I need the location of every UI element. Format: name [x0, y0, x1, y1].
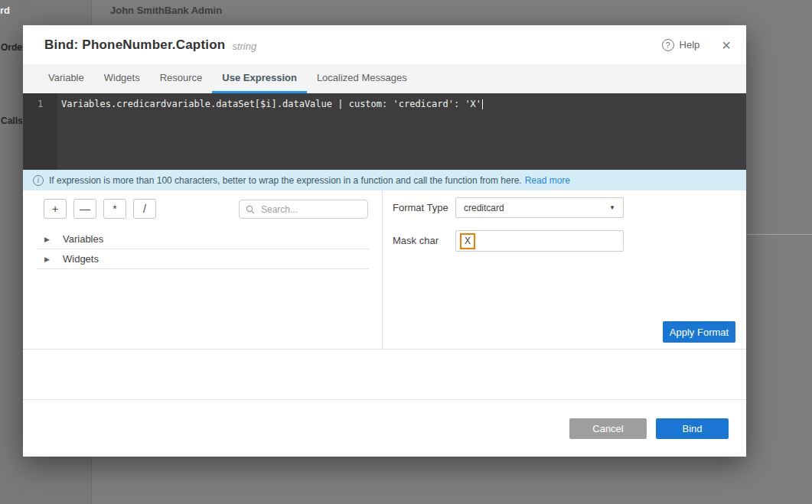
- tab-use-expression[interactable]: Use Expression: [212, 64, 307, 93]
- close-icon[interactable]: ×: [722, 37, 731, 53]
- dialog-tabbar: Variable Widgets Resource Use Expression…: [23, 64, 746, 93]
- source-tree: ▶ Variables ▶ Widgets: [37, 229, 369, 269]
- format-pane: Format Type creditcard ▼ Mask char X App…: [383, 190, 746, 349]
- dialog-spacer: [23, 350, 746, 399]
- expression-builder-pane: + — * / ▶ Variables: [23, 190, 383, 349]
- info-text: If expression is more than 100 character…: [49, 175, 522, 186]
- format-type-label: Format Type: [393, 202, 448, 213]
- operator-toolbar: + — * /: [44, 199, 156, 219]
- screen: rd Order Calls John SmithBank Admin Bind…: [0, 0, 812, 504]
- tab-resource[interactable]: Resource: [150, 64, 213, 93]
- background-sidebar-item-calls: Calls: [1, 115, 23, 126]
- info-banner: i If expression is more than 100 charact…: [23, 170, 746, 190]
- bind-button[interactable]: Bind: [656, 418, 729, 439]
- chevron-right-icon[interactable]: ▶: [44, 255, 52, 263]
- editor-code-line[interactable]: Variables.credicardvariable.dataSet[$i].…: [57, 93, 483, 170]
- chevron-down-icon: ▼: [609, 204, 615, 211]
- tree-item-widgets[interactable]: ▶ Widgets: [37, 249, 369, 269]
- dialog-footer: Cancel Bind: [23, 399, 746, 457]
- apply-format-button[interactable]: Apply Format: [663, 321, 735, 343]
- operator-minus-button[interactable]: —: [73, 199, 96, 219]
- tab-widgets[interactable]: Widgets: [94, 64, 150, 93]
- operator-multiply-button[interactable]: *: [103, 199, 126, 219]
- mask-char-value: X: [460, 233, 475, 249]
- dialog-body: + — * / ▶ Variables: [23, 190, 746, 350]
- bind-dialog: Bind: PhoneNumber.Caption string ? Help …: [23, 25, 746, 457]
- help-label[interactable]: Help: [680, 39, 700, 50]
- expression-editor[interactable]: 1 Variables.credicardvariable.dataSet[$i…: [23, 93, 746, 170]
- operator-divide-button[interactable]: /: [133, 199, 156, 219]
- background-sidebar-item-dashboard: rd: [0, 5, 10, 16]
- editor-line-number: 1: [23, 93, 57, 170]
- search-input[interactable]: [259, 203, 361, 216]
- tree-item-label: Widgets: [63, 253, 99, 265]
- tree-item-label: Variables: [63, 233, 103, 245]
- info-icon: i: [33, 175, 44, 186]
- operator-plus-button[interactable]: +: [44, 199, 67, 219]
- text-caret: [482, 99, 483, 109]
- search-box[interactable]: [239, 200, 368, 219]
- header-actions: ? Help ×: [662, 37, 731, 53]
- background-divider: [746, 234, 812, 235]
- tab-variable[interactable]: Variable: [38, 64, 94, 93]
- format-type-select[interactable]: creditcard ▼: [455, 197, 624, 218]
- dialog-title: Bind: PhoneNumber.Caption: [44, 37, 225, 53]
- search-icon: [246, 205, 255, 214]
- cancel-button[interactable]: Cancel: [569, 418, 647, 439]
- dialog-header: Bind: PhoneNumber.Caption string ? Help …: [23, 25, 746, 64]
- tree-item-variables[interactable]: ▶ Variables: [37, 229, 369, 249]
- chevron-right-icon[interactable]: ▶: [44, 236, 52, 243]
- mask-char-label: Mask char: [393, 235, 439, 246]
- tab-localized-messages[interactable]: Localized Messages: [307, 64, 417, 93]
- background-page-heading: John SmithBank Admin: [110, 5, 222, 16]
- read-more-link[interactable]: Read more: [525, 175, 570, 186]
- expression-text: Variables.credicardvariable.dataSet[$i].…: [61, 99, 481, 109]
- help-icon[interactable]: ?: [662, 39, 674, 51]
- background-sidebar-item-order: Order: [1, 42, 26, 53]
- mask-char-input[interactable]: X: [455, 230, 624, 252]
- dialog-title-type: string: [232, 38, 256, 52]
- format-type-value: creditcard: [464, 203, 504, 213]
